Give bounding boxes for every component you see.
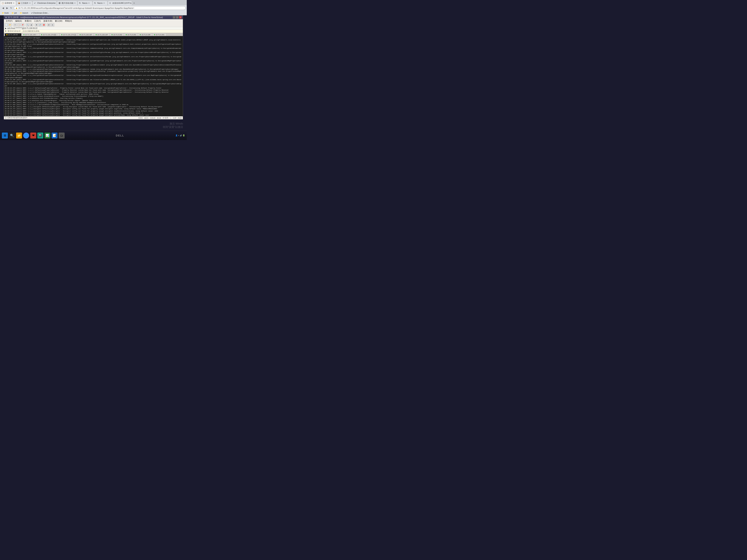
ssh-info: ssh://root:*********@10.71.130.55:22 xyxy=(7,27,37,29)
tab-favicon-1: 📋 xyxy=(2,2,4,4)
tab-close-1[interactable]: ✕ xyxy=(13,2,15,4)
session-tab-9[interactable]: 10.71.0.108 xyxy=(138,33,152,36)
toolbar-connect[interactable]: 🔗 xyxy=(38,23,42,27)
menu-window[interactable]: 窗口(W) xyxy=(54,20,63,23)
taskbar-icon-explorer[interactable]: 🗂 xyxy=(59,133,65,138)
taskbar-icon-app2[interactable]: 🎱 xyxy=(37,133,43,138)
menu-tools[interactable]: 工具(T) xyxy=(33,20,42,23)
menu-file[interactable]: 文件(F) xyxy=(5,20,14,23)
toolbar-settings[interactable]: ⚙ xyxy=(35,23,38,27)
menu-tabs[interactable]: 选项卡(B) xyxy=(42,20,53,23)
terminal-line: 20:40:15.280 [main] INFO c.u.j.Encryptab… xyxy=(5,68,182,70)
bookmark-branch[interactable]: 📁 branch xyxy=(19,12,29,14)
session-tab-4[interactable]: 10.71.131.174 [1] xyxy=(59,33,78,36)
terminal-line: 20:40:15.280 [main] INFO c.u.j.Encryptab… xyxy=(5,60,182,64)
toolbar-new[interactable]: 📄 xyxy=(5,23,8,27)
toolbar-cut[interactable]: ✂ xyxy=(14,23,17,27)
terminal-line: cryptableEnumerablePropertySourceWrapper xyxy=(5,37,182,39)
browser-chrome: 📋 应用管理 ✕ 📦 三方组件 ✕ ✔ Checkmarx Enterprise… xyxy=(0,0,187,15)
browser-tab-6[interactable]: N Nacos ✕ xyxy=(93,1,108,5)
toolbar-sep-3 xyxy=(34,23,34,26)
reload-button[interactable]: ↻ xyxy=(9,6,13,10)
taskbar-start-button[interactable]: ⊞ xyxy=(2,133,8,138)
browser-tab-7[interactable]: U 欢迎访问UMC文件平台 ✕ xyxy=(108,1,132,5)
terminal-line: 20:40:15.875 [main] INFO c.u.j.d.Default… xyxy=(5,91,182,93)
notice-arrow-icon: ▶ xyxy=(5,30,7,32)
taskbar-right: 👤 ∧ 🔊 🔋 xyxy=(175,134,185,136)
terminal-line: 20:40:15.280 [main] INFO c.u.j.Encryptab… xyxy=(5,56,182,60)
browser-tab-4[interactable]: 🖼 图片/排名功能 ✕ xyxy=(57,1,77,5)
session-tab-8[interactable]: 10.71.0.201 xyxy=(124,33,138,36)
status-left-text: 仅将文本发送到当前选项卡 xyxy=(7,117,27,119)
new-tab-button[interactable]: + xyxy=(132,1,136,5)
tab-favicon-3: ✔ xyxy=(34,2,36,4)
toolbar-print[interactable]: 🖨 xyxy=(30,23,33,27)
tab-label-4: 图片/排名功能 xyxy=(61,2,73,4)
browser-tab-3[interactable]: ✔ Checkmarx Enterprise ✕ xyxy=(32,1,57,5)
taskbar-icon-chrome[interactable]: 🌐 xyxy=(23,133,29,138)
toolbar-copy[interactable]: 📋 xyxy=(17,23,21,27)
toolbar-zoom-in[interactable]: A+ xyxy=(47,23,51,27)
maximize-button[interactable]: □ xyxy=(176,16,179,19)
minimize-button[interactable]: ─ xyxy=(173,16,175,19)
tab-close-3[interactable]: ✕ xyxy=(56,2,57,4)
xshell-title: 10.71.130.55 - root@testcenter-branch2-5… xyxy=(8,17,173,19)
session-tab-3[interactable]: 10.71.131.174 [0]✕ xyxy=(40,33,59,36)
session-tab-dot-5 xyxy=(80,34,81,35)
forward-button[interactable]: ▶ xyxy=(5,6,9,10)
session-tab-6[interactable]: 10.71.132.197 xyxy=(94,33,110,36)
bookmark-pet-label: pet xyxy=(14,12,17,14)
close-button[interactable]: ✕ xyxy=(179,16,182,19)
bookmark-trunk[interactable]: 📁 trunk xyxy=(1,12,9,14)
browser-tab-2[interactable]: 📦 三方组件 ✕ xyxy=(16,1,32,5)
taskbar-icon-app1[interactable]: ❤ xyxy=(30,133,36,138)
terminal-line: 20:40:15.280 [main] INFO c.u.j.Encryptab… xyxy=(5,83,182,87)
browser-tab-1[interactable]: 📋 应用管理 ✕ xyxy=(0,1,16,5)
bookmarks-bar: 📁 trunk 📁 pet 📁 branch ✔ Checkmarx Enter… xyxy=(0,11,187,15)
toolbar-disconnect[interactable]: ⛔ xyxy=(42,23,46,27)
session-tab-1[interactable]: 10.71.130.55✕ xyxy=(5,33,22,36)
session-tab-close-1[interactable]: ✕ xyxy=(19,34,20,36)
xshell-menubar: 文件(F) 编辑(E) 查看(V) 工具(T) 选项卡(B) 窗口(W) 帮助(… xyxy=(4,19,183,23)
tab-close-6[interactable]: ✕ xyxy=(103,2,105,4)
session-tab-7[interactable]: 10.71.0.202 xyxy=(110,33,124,36)
session-tab-close-2[interactable]: ✕ xyxy=(36,34,37,36)
bookmark-pet-icon: 📁 xyxy=(11,12,14,14)
menu-help[interactable]: 帮助(H) xyxy=(64,20,73,23)
session-tab-close-3[interactable]: ✕ xyxy=(56,34,58,36)
toolbar-open[interactable]: 📂 xyxy=(8,23,12,27)
session-tab-2[interactable]: 10.71.131.143✕ xyxy=(22,33,40,36)
status-xterm: xterm xyxy=(144,117,149,119)
terminal-area[interactable]: cryptableEnumerablePropertySourceWrapper… xyxy=(4,36,183,116)
tab-close-5[interactable]: ✕ xyxy=(88,2,89,4)
bookmark-pet[interactable]: 📁 pet xyxy=(11,12,18,14)
taskbar-icon-files[interactable]: 📁 xyxy=(16,133,22,138)
taskbar-icon-excel[interactable]: 📊 xyxy=(45,133,50,138)
bookmark-checkmarx-icon: ✔ xyxy=(31,12,33,14)
terminal-line: 20:40:15.279 [main] INFO c.u.j.Encryptab… xyxy=(5,51,182,55)
address-text: 10.71.131.191:8848/nacos/#/configuration… xyxy=(18,7,134,9)
session-tab-5[interactable]: 10.71.132.197 xyxy=(78,33,94,36)
tab-label-1: 应用管理 xyxy=(5,2,12,4)
address-bar-row: ◀ ▶ ↻ 🔒 10.71.131.191:8848/nacos/#/confi… xyxy=(0,5,187,11)
toolbar-paste[interactable]: 📌 xyxy=(21,23,24,27)
back-button[interactable]: ◀ xyxy=(1,6,5,10)
tab-close-2[interactable]: ✕ xyxy=(29,2,31,4)
toolbar-find[interactable]: 🔍 xyxy=(26,23,29,27)
session-tab-label-4: 10.71.131.174 [1] xyxy=(63,34,76,36)
xshell-titlebar: 🖥 10.71.130.55 - root@testcenter-branch2… xyxy=(4,16,183,19)
session-tab-dot-6 xyxy=(96,34,97,35)
menu-edit[interactable]: 编辑(E) xyxy=(14,20,23,23)
taskbar-icon-search[interactable]: 🔍 xyxy=(9,133,15,138)
tab-close-4[interactable]: ✕ xyxy=(74,2,76,4)
toolbar-zoom-out[interactable]: A- xyxy=(51,23,54,27)
taskbar-icon-word[interactable]: 📝 xyxy=(52,133,57,138)
address-bar[interactable]: 🔒 10.71.131.191:8848/nacos/#/configurati… xyxy=(14,6,186,10)
session-tab-10[interactable]: 10.71.0.201 xyxy=(152,33,166,36)
tab-favicon-7: U xyxy=(109,2,112,4)
terminal-line: 20:40:15.875 [main] INFO c.u.j.r.Default… xyxy=(5,89,182,91)
menu-view[interactable]: 查看(V) xyxy=(24,20,33,23)
browser-tab-5[interactable]: N Nacos ✕ xyxy=(77,1,93,5)
bookmark-checkmarx[interactable]: ✔ Checkmarx Enter... xyxy=(30,12,50,14)
session-tab-label-9: 10.71.0.108 xyxy=(141,34,150,36)
